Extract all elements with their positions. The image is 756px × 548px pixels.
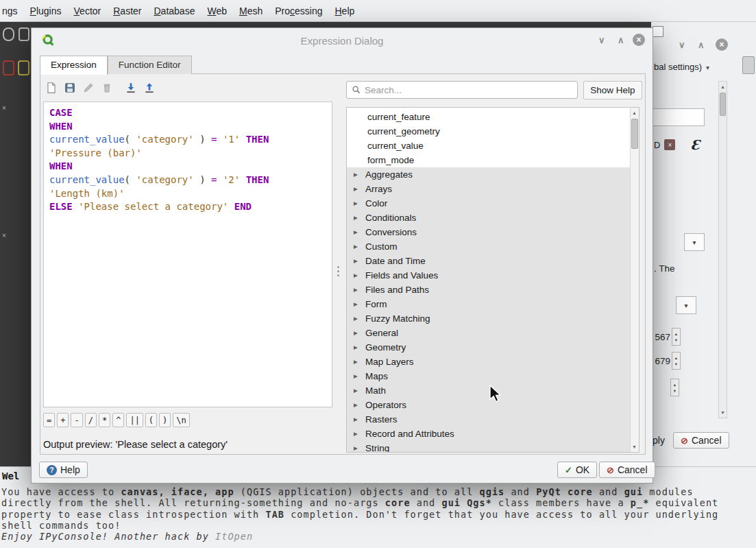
function-group-custom[interactable]: ▶Custom [347, 239, 630, 254]
function-group-color[interactable]: ▶Color [347, 196, 630, 211]
spinbox-extra[interactable]: ▴▾ [670, 379, 679, 396]
spinbox-y[interactable]: 679 ▴▾ [651, 352, 681, 370]
menu-item-ngs[interactable]: ngs [0, 5, 24, 16]
background-input-fragment[interactable] [651, 108, 705, 126]
expand-arrow-icon[interactable]: ▶ [354, 311, 365, 326]
spinbox-arrows-icon[interactable]: ▴▾ [670, 379, 679, 396]
operator-button--[interactable]: - [71, 413, 82, 427]
operator-button-+[interactable]: + [57, 413, 69, 427]
dock-close-icon[interactable]: × [2, 232, 6, 239]
combo-dropdown-icon[interactable]: ▾ [684, 233, 705, 251]
operator-button-*[interactable]: * [99, 413, 110, 427]
expand-arrow-icon[interactable]: ▶ [354, 254, 365, 268]
function-group-maps[interactable]: ▶Maps [347, 369, 630, 383]
expand-arrow-icon[interactable]: ▶ [354, 196, 365, 211]
menu-item-database[interactable]: Database [147, 5, 201, 16]
save-expression-icon[interactable] [62, 80, 78, 96]
expand-arrow-icon[interactable]: ▶ [354, 239, 365, 254]
shade-icon[interactable]: ∨ [598, 35, 605, 45]
expand-arrow-icon[interactable]: ▶ [354, 225, 365, 239]
expand-arrow-icon[interactable]: ▶ [354, 326, 365, 340]
expand-arrow-icon[interactable]: ▶ [354, 182, 365, 196]
combo-dropdown-icon[interactable]: ▾ [676, 296, 696, 314]
operator-button-||[interactable]: || [126, 413, 143, 427]
menu-item-raster[interactable]: Raster [107, 5, 147, 16]
dock-close-icon[interactable]: × [2, 104, 6, 112]
operator-button-\n[interactable]: \n [173, 413, 189, 427]
function-item-current-geometry[interactable]: current_geometry [347, 124, 630, 139]
function-group-geometry[interactable]: ▶Geometry [347, 340, 630, 355]
expand-arrow-icon[interactable]: ▶ [354, 211, 365, 225]
expand-arrow-icon[interactable]: ▶ [354, 383, 365, 398]
scroll-up-icon[interactable]: ▲ [631, 108, 638, 117]
cancel-button[interactable]: ⊘ Cancel [599, 462, 655, 478]
scrollbar-thumb[interactable] [631, 119, 638, 149]
function-group-files-and-paths[interactable]: ▶Files and Paths [347, 283, 630, 297]
operator-button-/[interactable]: / [85, 413, 97, 427]
help-button[interactable]: ? Help [39, 462, 88, 478]
maximize-icon[interactable]: ∧ [698, 40, 705, 50]
function-group-map-layers[interactable]: ▶Map Layers [347, 355, 630, 369]
function-group-fuzzy-matching[interactable]: ▶Fuzzy Matching [347, 311, 630, 326]
expand-arrow-icon[interactable]: ▶ [354, 441, 365, 453]
delete-expression-icon[interactable] [99, 80, 115, 96]
menu-item-processing[interactable]: Processing [269, 5, 328, 16]
expand-arrow-icon[interactable]: ▶ [354, 340, 365, 355]
operator-button-)[interactable]: ) [159, 413, 171, 427]
import-expression-icon[interactable] [123, 80, 139, 96]
expand-arrow-icon[interactable]: ▶ [354, 427, 365, 441]
menu-item-vector[interactable]: Vector [68, 5, 108, 16]
expand-arrow-icon[interactable]: ▶ [354, 412, 365, 427]
settings-dropdown-fragment[interactable]: bal settings)▾ [654, 62, 709, 72]
function-group-rasters[interactable]: ▶Rasters [347, 412, 630, 427]
expand-arrow-icon[interactable]: ▶ [354, 167, 365, 182]
operator-button-^[interactable]: ^ [112, 413, 124, 427]
function-group-conditionals[interactable]: ▶Conditionals [347, 211, 630, 225]
annotation-tool-icon[interactable] [3, 60, 14, 75]
menu-item-mesh[interactable]: Mesh [233, 5, 269, 16]
show-help-button[interactable]: Show Help [583, 81, 642, 99]
spinbox-arrows-icon[interactable]: ▴▾ [672, 352, 681, 370]
apply-button-fragment[interactable]: ply [653, 435, 665, 446]
scroll-up-icon[interactable]: ▲ [719, 82, 727, 91]
operator-button-=[interactable]: = [43, 413, 55, 427]
expand-arrow-icon[interactable]: ▶ [354, 283, 365, 297]
function-group-date-and-time[interactable]: ▶Date and Time [347, 254, 630, 268]
function-group-arrays[interactable]: ▶Arrays [347, 182, 630, 196]
pan-tool-icon[interactable] [3, 27, 14, 41]
edit-expression-icon[interactable] [80, 80, 97, 96]
scroll-down-icon[interactable]: ▼ [631, 442, 638, 451]
scroll-down-icon[interactable]: ▼ [719, 408, 727, 417]
function-group-general[interactable]: ▶General [347, 326, 630, 340]
expression-code-editor[interactable]: CASEWHENcurrent_value( 'category' ) = '1… [43, 102, 332, 407]
spinbox-arrows-icon[interactable]: ▴▾ [672, 328, 681, 346]
tab-expression[interactable]: Expression [40, 56, 108, 75]
shade-icon[interactable]: ∨ [679, 40, 685, 50]
expand-arrow-icon[interactable]: ▶ [354, 297, 365, 311]
expression-builder-icon[interactable]: Ɛ [690, 137, 700, 152]
menu-item-help[interactable]: Help [328, 5, 361, 16]
function-group-math[interactable]: ▶Math [347, 383, 630, 398]
edit-tool-icon[interactable] [18, 60, 29, 75]
expand-arrow-icon[interactable]: ▶ [354, 369, 365, 383]
spinbox-x[interactable]: 567 ▴▾ [651, 328, 681, 346]
function-item-form-mode[interactable]: form_mode [347, 153, 630, 167]
close-icon[interactable]: × [633, 34, 645, 46]
function-group-aggregates[interactable]: ▶Aggregates [347, 167, 630, 182]
menu-item-plugins[interactable]: Plugins [24, 5, 68, 16]
expand-arrow-icon[interactable]: ▶ [354, 268, 365, 283]
close-icon[interactable]: × [716, 38, 728, 51]
scrollbar-thumb[interactable] [720, 93, 726, 116]
background-scrollbar[interactable]: ▲ ▼ [718, 81, 727, 418]
operator-button-([interactable]: ( [145, 413, 157, 427]
function-group-form[interactable]: ▶Form [347, 297, 630, 311]
background-cancel-button[interactable]: ⊘Cancel [673, 432, 729, 449]
function-item-current-feature[interactable]: current_feature [347, 110, 630, 124]
function-group-fields-and-values[interactable]: ▶Fields and Values [347, 268, 630, 283]
function-group-conversions[interactable]: ▶Conversions [347, 225, 630, 239]
new-expression-icon[interactable] [43, 80, 60, 96]
polygon-tool-icon[interactable] [19, 27, 29, 41]
expand-arrow-icon[interactable]: ▶ [354, 355, 365, 369]
export-expression-icon[interactable] [141, 80, 158, 96]
dialog-titlebar[interactable]: Expression Dialog ∨ ∧ × [32, 28, 653, 53]
